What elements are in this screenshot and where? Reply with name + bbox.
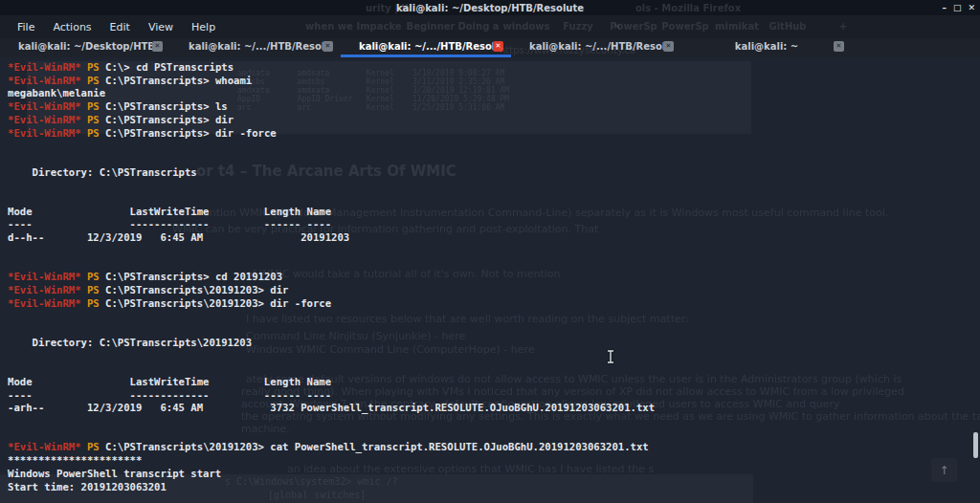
terminal-screen[interactable]: *Evil-WinRM* PS C:\> cd PSTranscripts*Ev… [0, 57, 980, 503]
terminal-line: Windows PowerShell transcript start [8, 468, 655, 481]
window-controls: – □ ✕ [942, 0, 975, 15]
terminal-line: Directory: C:\PSTranscripts [8, 166, 655, 180]
terminal-line [8, 415, 655, 428]
tab-close-icon[interactable]: ✕ [663, 41, 674, 52]
window-title: kali@kali: ~/Desktop/HTB/Resolute [396, 3, 584, 13]
terminal-tab-4[interactable]: kali@kali: ~/.../HTB/Resolute✕ [511, 38, 681, 57]
tab-close-icon[interactable]: ✕ [834, 41, 844, 52]
menu-item-help[interactable]: Help [191, 21, 215, 33]
close-icon[interactable]: ✕ [968, 0, 975, 15]
terminal-tab-2[interactable]: kali@kali: ~/.../HTB/Resolute✕ [170, 38, 341, 57]
terminal-line: megabank\melanie [8, 87, 655, 100]
terminal-line: d--h-- 12/3/2019 6:45 AM 20191203 [8, 231, 655, 245]
terminal-line [8, 179, 655, 192]
tab-label: kali@kali: ~/.../HTB/Resolute [529, 41, 663, 52]
tab-close-icon[interactable]: ✕ [323, 41, 333, 52]
terminal-line: Mode LastWriteTime Length Name [8, 206, 655, 219]
terminal-line: *Evil-WinRM* PS C:\PSTranscripts> dir [8, 114, 655, 127]
terminal-tab-5[interactable]: kali@kali: ~✕ [681, 38, 852, 57]
terminal-line [8, 153, 655, 166]
terminal-line [8, 362, 655, 376]
menu-item-file[interactable]: File [17, 21, 34, 33]
terminal-line: -arh-- 12/3/2019 6:45 AM 3732 PowerShell… [8, 402, 655, 415]
tab-label: kali@kali: ~/.../HTB/Resolute [189, 41, 323, 52]
terminal-line [8, 428, 655, 442]
title-bar: kali@kali: ~/Desktop/HTB/Resolute – □ ✕ [0, 0, 980, 15]
terminal-line: *Evil-WinRM* PS C:\PSTranscripts> whoami [8, 75, 655, 88]
terminal-line: Mode LastWriteTime Length Name [8, 376, 655, 389]
terminal-line [8, 140, 655, 153]
terminal-tab-3[interactable]: kali@kali: ~/.../HTB/Resolute✕ [341, 38, 511, 57]
terminal-line [8, 349, 655, 362]
terminal-line: *Evil-WinRM* PS C:\PSTranscripts> ls [8, 100, 655, 114]
tab-close-icon[interactable]: ✕ [493, 41, 503, 52]
tab-label: kali@kali: ~/Desktop/HTB [18, 41, 152, 52]
menu-item-view[interactable]: View [148, 21, 173, 33]
terminal-line [8, 310, 655, 323]
menu-item-edit[interactable]: Edit [110, 21, 130, 33]
tab-close-icon[interactable]: ✕ [152, 41, 163, 52]
terminal-line: *Evil-WinRM* PS C:\PSTranscripts\2019120… [8, 284, 655, 297]
terminal-line: *Evil-WinRM* PS C:\PSTranscripts\2019120… [8, 441, 655, 454]
terminal-line: Start time: 20191203063201 [8, 481, 655, 494]
text-cursor-icon [607, 350, 614, 363]
menu-bar: FileActionsEditViewHelp [0, 15, 980, 38]
terminal-line: Directory: C:\PSTranscripts\20191203 [8, 337, 655, 350]
tab-label: kali@kali: ~ [735, 41, 798, 52]
terminal-window: kali@kali: ~/Desktop/HTB/Resolute – □ ✕ … [0, 0, 980, 503]
terminal-line: ---- ------------- ------ ---- [8, 389, 655, 403]
terminal-line [8, 245, 655, 258]
menu-item-actions[interactable]: Actions [53, 21, 91, 33]
tab-bar: kali@kali: ~/Desktop/HTB✕kali@kali: ~/..… [0, 38, 980, 57]
terminal-output: *Evil-WinRM* PS C:\> cd PSTranscripts*Ev… [8, 61, 655, 493]
terminal-line [8, 192, 655, 206]
terminal-line: *Evil-WinRM* PS C:\> cd PSTranscripts [8, 61, 655, 75]
terminal-line: ********************** [8, 454, 655, 468]
minimize-icon[interactable]: – [942, 0, 947, 15]
maximize-icon[interactable]: □ [953, 0, 962, 15]
terminal-tab-1[interactable]: kali@kali: ~/Desktop/HTB✕ [0, 38, 170, 57]
terminal-line: *Evil-WinRM* PS C:\PSTranscripts> cd 201… [8, 271, 655, 284]
terminal-line [8, 323, 655, 337]
terminal-line: *Evil-WinRM* PS C:\PSTranscripts\2019120… [8, 297, 655, 311]
terminal-line [8, 258, 655, 272]
scrollbar-thumb[interactable] [973, 432, 978, 458]
terminal-line: ---- ------------- ------ ---- [8, 218, 655, 231]
tab-label: kali@kali: ~/.../HTB/Resolute [359, 41, 493, 52]
terminal-line: *Evil-WinRM* PS C:\PSTranscripts> dir -f… [8, 127, 655, 141]
